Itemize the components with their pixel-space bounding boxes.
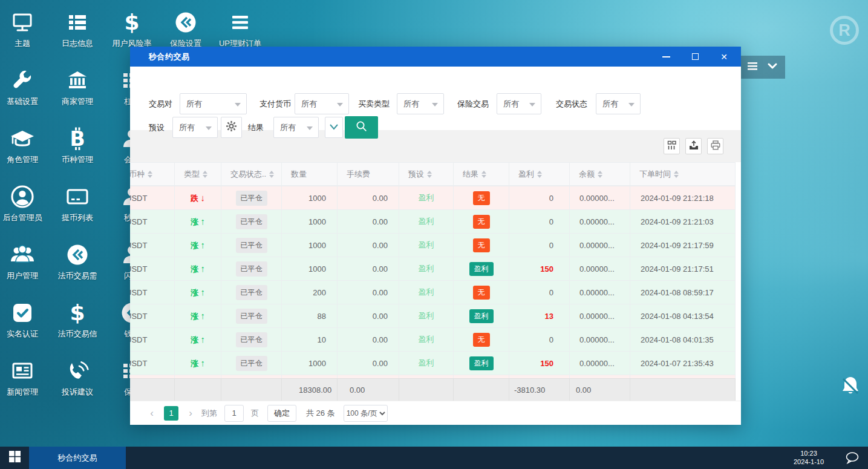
column-header-预设[interactable]: 预设 — [399, 163, 454, 186]
summary-row: 18308.000.00-3810.300.00 — [130, 378, 736, 401]
preset-settings-button[interactable] — [221, 117, 242, 138]
desktop-icon-label: 角色管理 — [0, 154, 50, 165]
filter-select-支付货币[interactable]: 所有 — [295, 93, 349, 114]
cell-result: 盈利 — [454, 257, 509, 281]
column-header-类型[interactable]: 类型 — [175, 163, 221, 186]
sort-caret-icon[interactable] — [427, 171, 432, 178]
menu-icon[interactable] — [747, 61, 758, 73]
filter-select-交易状态[interactable]: 所有 — [596, 93, 641, 114]
orders-table: 币种类型交易状态..数量手续费预设结果盈利余额下单时间 USDT跌 ↓已平仓10… — [130, 162, 741, 401]
desktop-icon-法币交易信[interactable]: $法币交易信 — [50, 299, 105, 339]
column-header-手续费: 手续费 — [338, 163, 399, 186]
desktop-icon-日志信息[interactable]: 日志信息 — [50, 8, 105, 49]
desktop-icon-提币列表[interactable]: 提币列表 — [50, 183, 105, 223]
cell-quantity: 10 — [282, 328, 338, 352]
desktop-icon-label: 投诉建议 — [50, 387, 105, 398]
desktop-icon-基础设置[interactable]: 基础设置 — [0, 67, 50, 107]
minimize-button[interactable] — [657, 50, 675, 64]
desktop-icon-主题[interactable]: 主题 — [0, 8, 50, 49]
check-icon — [0, 299, 50, 327]
desktop-icon-投诉建议[interactable]: 投诉建议 — [50, 357, 105, 398]
desktop-icon-用户管理[interactable]: 用户管理 — [0, 241, 50, 281]
summary-cell: -3810.30 — [509, 379, 570, 401]
cell-result: 无 — [454, 210, 509, 234]
cell-direction: 跌 ↓ — [175, 186, 221, 210]
current-page-button[interactable]: 1 — [164, 406, 178, 421]
chevron-down-icon[interactable] — [767, 62, 778, 73]
window-titlebar[interactable]: 秒合约交易 ✕ — [130, 47, 741, 67]
column-header-盈利[interactable]: 盈利 — [509, 163, 570, 186]
cell-order-time: 2024-01-09 21:17:51 — [630, 257, 736, 281]
column-header-交易状态..[interactable]: 交易状态.. — [221, 163, 282, 186]
chevron-down-icon — [529, 103, 535, 107]
sort-caret-icon[interactable] — [674, 171, 679, 178]
filter-select-保险交易[interactable]: 所有 — [497, 93, 541, 114]
cell-quantity: 1000 — [282, 186, 338, 210]
print-button[interactable] — [707, 138, 723, 154]
search-button[interactable] — [345, 116, 378, 139]
sort-caret-icon[interactable] — [481, 171, 486, 178]
start-button[interactable] — [0, 447, 29, 469]
sort-caret-icon[interactable] — [537, 171, 542, 178]
cell-coin: USDT — [130, 186, 175, 210]
close-button[interactable]: ✕ — [715, 50, 733, 64]
cell-order-time: 2024-01-09 21:21:18 — [630, 186, 736, 210]
maximize-button[interactable] — [686, 50, 704, 64]
desktop-icon-UP理财订单[interactable]: UP理财订单 — [213, 8, 267, 49]
cell-preset: 盈利 — [399, 352, 454, 375]
prev-page-button[interactable]: ‹ — [145, 407, 159, 419]
desktop-icon-币种管理[interactable]: B币种管理 — [50, 125, 105, 165]
cell-direction: 涨 ↑ — [175, 257, 221, 281]
column-header-币种[interactable]: 币种 — [130, 163, 175, 186]
preset-filter-select[interactable]: 所有 — [172, 117, 218, 138]
summary-cell — [399, 379, 454, 401]
phone-icon — [50, 357, 105, 385]
sort-caret-icon[interactable] — [148, 171, 152, 178]
cell-balance: 0.00000... — [570, 257, 630, 281]
filter-select-交易对[interactable]: 所有 — [180, 93, 247, 114]
next-page-button[interactable]: › — [183, 407, 198, 419]
desktop-icon-商家管理[interactable]: 商家管理 — [50, 67, 105, 107]
cell-quantity: 1000 — [282, 234, 338, 257]
cell-balance: 0.00000... — [570, 234, 630, 257]
filter-select-买卖类型[interactable]: 所有 — [397, 93, 444, 114]
column-header-结果[interactable]: 结果 — [454, 163, 509, 186]
desktop-icon-用户风险率[interactable]: $用户风险率 — [105, 8, 159, 49]
bank-icon — [50, 67, 105, 94]
bell-muted-icon[interactable] — [840, 375, 861, 399]
sort-caret-icon[interactable] — [269, 171, 274, 178]
column-settings-button[interactable] — [664, 138, 680, 154]
cell-preset: 盈利 — [399, 304, 454, 328]
result-filter-label: 结果 — [248, 117, 264, 138]
desktop-icon-后台管理员[interactable]: 后台管理员 — [0, 183, 50, 223]
desktop-icon-法币交易需[interactable]: 法币交易需 — [50, 241, 105, 281]
desktop-icon-新闻管理[interactable]: 新闻管理 — [0, 357, 50, 398]
confirm-page-button[interactable]: 确定 — [267, 405, 296, 422]
chat-bubble-icon[interactable] — [845, 451, 860, 467]
people-icon — [0, 241, 50, 269]
goto-page-input[interactable] — [224, 405, 244, 422]
cell-order-time: 2024-01-07 21:35:43 — [630, 352, 736, 375]
sort-caret-icon[interactable] — [203, 171, 207, 178]
desktop-icon-保险设置[interactable]: 保险设置 — [158, 8, 213, 49]
cell-status: 已平仓 — [221, 281, 282, 304]
export-button[interactable] — [685, 138, 702, 154]
table-row: USDT涨 ↑已平仓10000.00盈利无00.00000...2024-01-… — [130, 234, 736, 257]
result-filter-select[interactable]: 所有 — [273, 117, 319, 138]
column-header-余额[interactable]: 余额 — [570, 163, 630, 186]
cell-fee: 0.00 — [338, 234, 399, 257]
taskbar-task-second-contract[interactable]: 秒合约交易 — [29, 447, 126, 469]
chevron-down-icon — [329, 122, 339, 133]
desktop-icon-角色管理[interactable]: 角色管理 — [0, 125, 50, 165]
column-header-下单时间[interactable]: 下单时间 — [630, 163, 736, 186]
cell-quantity: 1000 — [282, 257, 338, 281]
sort-caret-icon[interactable] — [598, 171, 602, 178]
table-body-viewport[interactable]: USDT跌 ↓已平仓10000.00盈利无00.00000...2024-01-… — [130, 186, 741, 378]
desktop-icon-实名认证[interactable]: 实名认证 — [0, 299, 50, 339]
window-title: 秒合约交易 — [149, 51, 190, 62]
summary-cell — [130, 379, 175, 401]
bitcoin-icon: B — [50, 125, 105, 153]
cell-balance: 0.00000... — [570, 304, 630, 328]
per-page-select[interactable]: 100 条/页 — [344, 405, 388, 422]
expand-filters-button[interactable] — [325, 117, 343, 138]
